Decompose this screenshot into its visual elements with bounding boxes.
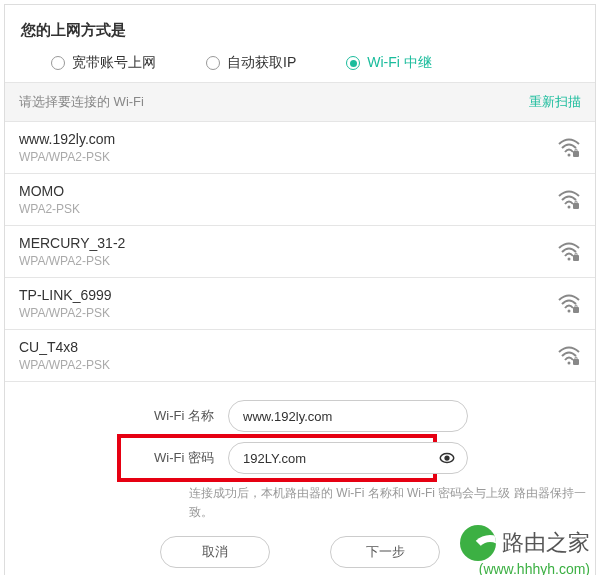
radio-label: 自动获取IP	[227, 54, 296, 72]
radio-broadband[interactable]: 宽带账号上网	[51, 54, 156, 72]
radio-label: Wi-Fi 中继	[367, 54, 432, 72]
wifi-signal-lock-icon	[557, 346, 581, 366]
svg-point-16	[445, 456, 449, 460]
wifi-list-item[interactable]: TP-LINK_6999WPA/WPA2-PSK	[5, 277, 595, 329]
svg-point-0	[568, 153, 571, 156]
wifi-signal-lock-icon	[557, 138, 581, 158]
eye-icon[interactable]	[438, 449, 456, 467]
wifi-list-item[interactable]: MOMOWPA2-PSK	[5, 173, 595, 225]
radio-icon	[206, 56, 220, 70]
svg-point-12	[568, 361, 571, 364]
connection-mode-radio-group: 宽带账号上网 自动获取IP Wi-Fi 中继	[21, 54, 579, 72]
wifi-password-input[interactable]	[228, 442, 468, 474]
wifi-signal-lock-icon	[557, 242, 581, 262]
wifi-form: Wi-Fi 名称 Wi-Fi 密码 连接成功后，本机路由器的 Wi-Fi 名称和…	[5, 381, 595, 575]
form-hint: 连接成功后，本机路由器的 Wi-Fi 名称和 Wi-Fi 密码会与上级 路由器保…	[5, 484, 595, 522]
svg-rect-14	[575, 357, 577, 360]
svg-rect-2	[575, 149, 577, 152]
radio-auto-ip[interactable]: 自动获取IP	[206, 54, 296, 72]
wifi-list-item[interactable]: MERCURY_31-2WPA/WPA2-PSK	[5, 225, 595, 277]
svg-rect-5	[575, 201, 577, 204]
wifi-ssid: MERCURY_31-2	[19, 235, 125, 251]
wifi-ssid: www.192ly.com	[19, 131, 115, 147]
svg-point-6	[568, 257, 571, 260]
wifi-auth: WPA/WPA2-PSK	[19, 306, 112, 320]
wifi-list: www.192ly.comWPA/WPA2-PSKMOMOWPA2-PSKMER…	[5, 121, 595, 381]
refresh-button[interactable]: 重新扫描	[529, 93, 581, 111]
radio-wifi-relay[interactable]: Wi-Fi 中继	[346, 54, 432, 72]
wifi-password-label: Wi-Fi 密码	[132, 449, 214, 467]
svg-point-9	[568, 309, 571, 312]
wifi-ssid: TP-LINK_6999	[19, 287, 112, 303]
wifi-auth: WPA/WPA2-PSK	[19, 358, 110, 372]
cancel-button[interactable]: 取消	[160, 536, 270, 568]
wifi-ssid: CU_T4x8	[19, 339, 110, 355]
radio-label: 宽带账号上网	[72, 54, 156, 72]
radio-icon	[51, 56, 65, 70]
svg-rect-11	[575, 305, 577, 308]
wifi-auth: WPA/WPA2-PSK	[19, 150, 115, 164]
wifi-signal-lock-icon	[557, 190, 581, 210]
wifi-name-label: Wi-Fi 名称	[132, 407, 214, 425]
svg-point-3	[568, 205, 571, 208]
wifi-list-title: 请选择要连接的 Wi-Fi	[19, 93, 144, 111]
radio-icon	[346, 56, 360, 70]
wifi-list-header: 请选择要连接的 Wi-Fi 重新扫描	[5, 82, 595, 121]
wifi-list-item[interactable]: www.192ly.comWPA/WPA2-PSK	[5, 121, 595, 173]
svg-rect-8	[575, 253, 577, 256]
wifi-name-input[interactable]	[228, 400, 468, 432]
wifi-ssid: MOMO	[19, 183, 80, 199]
page-title: 您的上网方式是	[21, 21, 579, 40]
wifi-auth: WPA/WPA2-PSK	[19, 254, 125, 268]
wifi-auth: WPA2-PSK	[19, 202, 80, 216]
next-button[interactable]: 下一步	[330, 536, 440, 568]
wifi-list-item[interactable]: CU_T4x8WPA/WPA2-PSK	[5, 329, 595, 381]
wifi-signal-lock-icon	[557, 294, 581, 314]
